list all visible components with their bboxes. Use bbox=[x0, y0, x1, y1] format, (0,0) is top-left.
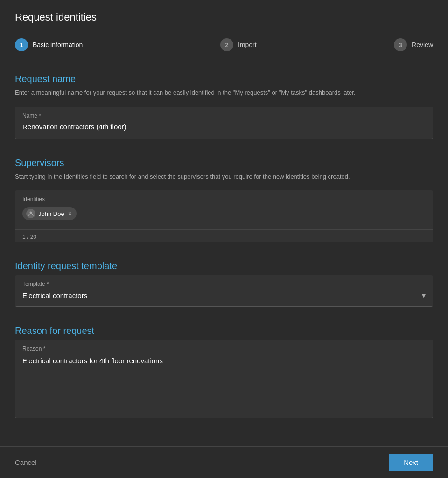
identity-tag-john-doe[interactable]: John Doe × bbox=[22, 207, 77, 220]
name-field-container: Name * bbox=[15, 107, 433, 139]
step-2-label: Import bbox=[238, 41, 257, 48]
identities-wrapper: Identities John Doe × 1 / 20 bbox=[15, 190, 433, 242]
step-connector-2 bbox=[264, 45, 387, 45]
step-2-circle: 2 bbox=[220, 38, 233, 51]
step-connector-1 bbox=[90, 45, 213, 45]
dropdown-arrow-icon: ▾ bbox=[422, 291, 426, 300]
supervisors-description: Start typing in the Identities field to … bbox=[15, 172, 433, 181]
template-dropdown[interactable]: Template * Electrical contractors ▾ bbox=[15, 275, 433, 307]
step-3-label: Review bbox=[412, 41, 433, 48]
next-button[interactable]: Next bbox=[389, 454, 433, 471]
reason-section: Reason for request Reason * bbox=[15, 326, 433, 418]
cancel-button[interactable]: Cancel bbox=[15, 458, 37, 466]
identity-tags-row: John Doe × bbox=[22, 207, 426, 220]
step-1-circle: 1 bbox=[15, 38, 28, 51]
template-value: Electrical contractors bbox=[22, 291, 87, 299]
bottom-bar: Cancel Next bbox=[0, 446, 448, 478]
request-name-section: Request name Enter a meaningful name for… bbox=[15, 74, 433, 139]
step-1-label: Basic information bbox=[33, 41, 83, 48]
identity-count: 1 / 20 bbox=[15, 229, 433, 242]
step-3-circle: 3 bbox=[394, 38, 407, 51]
template-value-row: Electrical contractors ▾ bbox=[22, 291, 426, 300]
stepper: 1 Basic information 2 Import 3 Review bbox=[15, 38, 433, 51]
name-input[interactable] bbox=[22, 123, 426, 131]
identity-template-section: Identity request template Template * Ele… bbox=[15, 261, 433, 307]
request-name-description: Enter a meaningful name for your request… bbox=[15, 88, 433, 97]
supervisors-title: Supervisors bbox=[15, 158, 433, 168]
reason-title: Reason for request bbox=[15, 326, 433, 336]
identities-label: Identities bbox=[22, 196, 426, 202]
avatar-icon bbox=[26, 209, 35, 218]
page-title: Request identities bbox=[15, 11, 433, 23]
step-2: 2 Import bbox=[220, 38, 257, 51]
tag-name: John Doe bbox=[38, 210, 64, 217]
step-1: 1 Basic information bbox=[15, 38, 83, 51]
name-field-label: Name * bbox=[22, 112, 426, 119]
identity-template-title: Identity request template bbox=[15, 261, 433, 271]
supervisors-section: Supervisors Start typing in the Identiti… bbox=[15, 158, 433, 242]
identities-field-container[interactable]: Identities John Doe × bbox=[15, 190, 433, 226]
reason-textarea[interactable] bbox=[22, 356, 426, 409]
reason-field-container: Reason * bbox=[15, 340, 433, 418]
request-name-title: Request name bbox=[15, 74, 433, 84]
tag-remove-button[interactable]: × bbox=[68, 210, 72, 217]
reason-label: Reason * bbox=[22, 346, 426, 352]
step-3: 3 Review bbox=[394, 38, 433, 51]
template-label: Template * bbox=[22, 281, 426, 287]
